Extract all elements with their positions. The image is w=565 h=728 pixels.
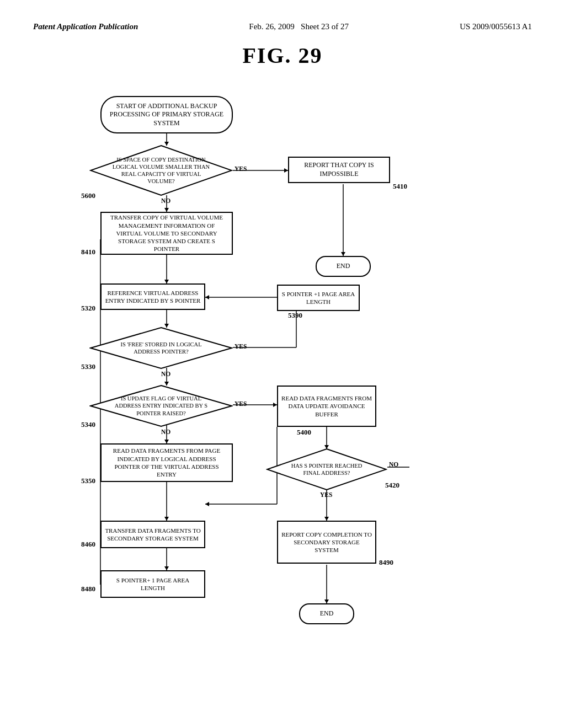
end-box1: END [316, 256, 371, 277]
svg-marker-35 [164, 566, 169, 570]
read-data-update-text: READ DATA FRAGMENTS FROM DATA UPDATE AVO… [281, 394, 372, 418]
yes-label-d2: YES [234, 343, 247, 350]
start-text: START OF ADDITIONAL BACKUP PROCESSING OF… [105, 102, 228, 128]
svg-marker-33 [324, 599, 329, 603]
label-5420: 5420 [385, 481, 399, 490]
svg-marker-23 [164, 517, 169, 521]
yes-label-hs: YES [320, 491, 332, 498]
label-8460: 8460 [81, 540, 95, 549]
svg-marker-21 [164, 440, 169, 443]
label-5410: 5410 [393, 182, 407, 191]
transfer-copy-box: TRANSFER COPY OF VIRTUAL VOLUME MANAGEME… [100, 212, 233, 255]
label-5320: 5320 [81, 304, 95, 313]
yes-label-d3: YES [234, 400, 247, 407]
patent-number: US 2009/0055613 A1 [460, 22, 532, 31]
header-left: Patent Application Publication [33, 22, 138, 31]
report-impossible-text: REPORT THAT COPY IS IMPOSSIBLE [292, 161, 386, 178]
diamond3-text: IS UPDATE FLAG OF VIRTUAL ADDRESS ENTRY … [106, 393, 216, 419]
diamond2-wrapper: IS 'FREE' STORED IN LOGICAL ADDRESS POIN… [89, 326, 233, 370]
no-label-d1: NO [161, 197, 170, 204]
has-s-pointer-text: HAS S POINTER REACHED FINAL ADDRESS? [282, 460, 371, 479]
transfer-copy-text: TRANSFER COPY OF VIRTUAL VOLUME MANAGEME… [105, 213, 228, 253]
end2-text: END [320, 609, 334, 618]
diamond2-text: IS 'FREE' STORED IN LOGICAL ADDRESS POIN… [106, 339, 216, 357]
publication-label: Patent Application Publication [33, 22, 138, 31]
label-8410: 8410 [81, 248, 95, 256]
label-8490: 8490 [379, 558, 393, 567]
no-label-d2: NO [161, 371, 170, 377]
report-impossible-box: REPORT THAT COPY IS IMPOSSIBLE [288, 157, 390, 183]
label-5400: 5400 [297, 428, 311, 437]
s-pointer-page-text: S POINTER+ 1 PAGE AREA LENGTH [105, 576, 201, 592]
header-center: Feb. 26, 2009 Sheet 23 of 27 [249, 22, 349, 31]
s-pointer-plus1-box: S POINTER +1 PAGE AREA LENGTH [277, 285, 360, 311]
report-copy-completion-text: REPORT COPY COMPLETION TO SECONDARY STOR… [281, 531, 372, 554]
has-s-pointer-wrapper: HAS S POINTER REACHED FINAL ADDRESS? [266, 448, 387, 491]
start-box: START OF ADDITIONAL BACKUP PROCESSING OF… [100, 96, 233, 133]
label-5600: 5600 [81, 191, 95, 200]
diamond1-text: IS SPACE OF COPY DESTINATION LOGICAL VOL… [106, 154, 216, 188]
label-5390: 5390 [288, 311, 302, 320]
svg-marker-41 [341, 252, 345, 256]
reference-virtual-box: REFERENCE VIRTUAL ADDRESS ENTRY INDICATE… [100, 283, 205, 310]
label-5330: 5330 [81, 362, 95, 371]
read-data-fragments-text: READ DATA FRAGMENTS FROM PAGE INDICATED … [105, 447, 228, 478]
svg-marker-10 [205, 295, 209, 299]
svg-marker-6 [164, 208, 169, 212]
svg-marker-3 [284, 168, 288, 173]
s-pointer-page-box: S POINTER+ 1 PAGE AREA LENGTH [100, 570, 205, 598]
no-label-d3: NO [161, 429, 170, 435]
diagram: START OF ADDITIONAL BACKUP PROCESSING OF… [45, 85, 520, 681]
sheet-label: Sheet 23 of 27 [301, 22, 349, 31]
page: Patent Application Publication Feb. 26, … [0, 0, 565, 728]
transfer-data-box: TRANSFER DATA FRAGMENTS TO SECONDARY STO… [100, 521, 205, 548]
date-label: Feb. 26, 2009 [249, 22, 295, 31]
label-5350: 5350 [81, 477, 95, 485]
label-8480: 8480 [81, 585, 95, 593]
svg-marker-8 [164, 280, 169, 283]
end1-text: END [337, 262, 350, 271]
header: Patent Application Publication Feb. 26, … [33, 22, 532, 31]
reference-virtual-text: REFERENCE VIRTUAL ADDRESS ENTRY INDICATE… [105, 289, 201, 305]
svg-marker-28 [205, 502, 209, 506]
diamond3-wrapper: IS UPDATE FLAG OF VIRTUAL ADDRESS ENTRY … [89, 384, 233, 427]
header-right: US 2009/0055613 A1 [460, 22, 532, 31]
figure-title: FIG. 29 [33, 42, 532, 68]
yes-label-d1: YES [234, 165, 247, 172]
label-5340: 5340 [81, 420, 95, 429]
no-label-hs: NO [389, 461, 398, 468]
read-data-update-box: READ DATA FRAGMENTS FROM DATA UPDATE AVO… [277, 386, 376, 427]
transfer-data-text: TRANSFER DATA FRAGMENTS TO SECONDARY STO… [105, 527, 201, 543]
diamond1-wrapper: IS SPACE OF COPY DESTINATION LOGICAL VOL… [89, 144, 233, 196]
s-pointer-plus1-text: S POINTER +1 PAGE AREA LENGTH [281, 290, 355, 306]
svg-marker-19 [273, 403, 277, 407]
report-copy-completion-box: REPORT COPY COMPLETION TO SECONDARY STOR… [277, 521, 376, 564]
end-box2: END [299, 603, 354, 624]
svg-marker-31 [324, 517, 329, 521]
read-data-fragments-box: READ DATA FRAGMENTS FROM PAGE INDICATED … [100, 443, 233, 482]
